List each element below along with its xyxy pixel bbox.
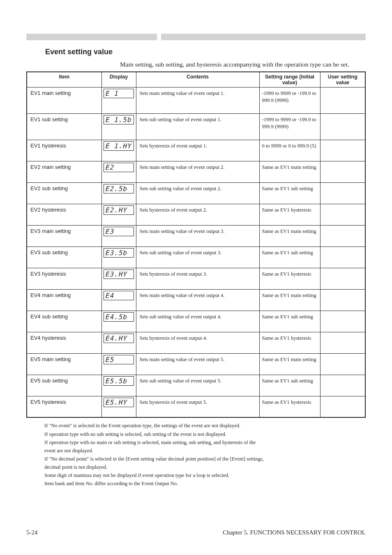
parameter-table: Item Display Contents Setting range (Ini…	[26, 71, 366, 418]
table-row: EV4 main settingE4Sets main setting valu…	[27, 289, 365, 311]
user-setting-cell	[320, 204, 365, 225]
display-cell: E5.5b	[101, 375, 136, 396]
param-name-cell: EV5 main setting	[27, 353, 101, 375]
contents-cell: Sets main setting value of event output …	[136, 225, 259, 246]
seven-segment-display: E 1	[104, 89, 134, 98]
user-setting-cell	[320, 396, 365, 417]
contents-cell: Sets hysteresis of event output 1.	[136, 140, 259, 161]
seven-segment-display: E4	[104, 291, 134, 300]
table-row: EV3 hysteresisE3.HYSets hysteresis of ev…	[27, 268, 365, 289]
header-rule	[26, 34, 366, 40]
range-cell: Same as EV1 hysteresis	[259, 268, 320, 289]
display-cell: E4	[101, 289, 136, 311]
display-cell: E 1.HY	[101, 140, 136, 161]
seven-segment-display: E5.HY	[104, 398, 134, 407]
param-name: EV2 sub setting	[30, 185, 98, 192]
display-cell: E5	[101, 353, 136, 375]
table-row: EV5 main settingE5Sets main setting valu…	[27, 353, 365, 375]
user-setting-cell	[320, 246, 365, 268]
display-cell: E 1.5b	[101, 113, 136, 140]
note-line: Some digit of mantissa may not be displa…	[44, 472, 366, 479]
col-header-item: Item	[27, 72, 101, 88]
seven-segment-display: E5	[104, 355, 134, 364]
param-name: EV5 main setting	[30, 356, 98, 363]
param-name-cell: EV4 hysteresis	[27, 332, 101, 353]
display-cell: E3.HY	[101, 268, 136, 289]
user-setting-cell	[320, 311, 365, 332]
param-name: EV4 hysteresis	[30, 335, 98, 341]
note-line: decimal point is not displayed.	[44, 463, 366, 471]
param-name-cell: EV3 sub setting	[27, 246, 101, 268]
param-name-cell: EV4 sub setting	[27, 311, 101, 332]
table-row: EV4 sub settingE4.5bSets sub setting val…	[27, 311, 365, 332]
param-name-cell: EV3 main setting	[27, 225, 101, 246]
col-header-contents: Contents	[136, 72, 259, 88]
contents-cell: Sets main setting value of event output …	[136, 87, 259, 113]
range-cell: 0 to 9999 or 0 to 999.9 (5)	[259, 140, 320, 161]
contents-cell: Sets sub setting value of event output 4…	[136, 311, 259, 332]
col-header-user: User setting value	[320, 72, 365, 88]
table-row: EV5 sub settingE5.5bSets sub setting val…	[27, 375, 365, 396]
table-row: EV4 hysteresisE4.HYSets hysteresis of ev…	[27, 332, 365, 353]
param-name: EV5 hysteresis	[30, 399, 98, 405]
param-name-cell: EV2 hysteresis	[27, 204, 101, 225]
range-cell: Same as EV1 sub setting	[259, 375, 320, 396]
contents-cell: Sets main setting value of event output …	[136, 289, 259, 311]
table-header-row: Item Display Contents Setting range (Ini…	[27, 72, 365, 88]
user-setting-cell	[320, 87, 365, 113]
col-header-display: Display	[101, 72, 136, 88]
display-cell: E 1	[101, 87, 136, 113]
param-name: EV2 hysteresis	[30, 207, 98, 213]
contents-cell: Sets sub setting value of event output 1…	[136, 113, 259, 140]
param-name: EV5 sub setting	[30, 378, 98, 384]
seven-segment-display: E4.5b	[104, 312, 134, 322]
param-name: EV3 hysteresis	[30, 271, 98, 277]
page-footer: 5-24 Chapter 5. FUNCTIONS NECESSARY FOR …	[0, 529, 392, 536]
param-name-cell: EV3 hysteresis	[27, 268, 101, 289]
note-line: Item bank and Item No. differ according …	[44, 480, 366, 487]
param-name-cell: EV1 main setting	[27, 87, 101, 113]
param-name-cell: EV5 sub setting	[27, 375, 101, 396]
contents-cell: Sets hysteresis of event output 5.	[136, 396, 259, 417]
display-cell: E5.HY	[101, 396, 136, 417]
user-setting-cell	[320, 161, 365, 182]
range-cell: Same as EV1 hysteresis	[259, 396, 320, 417]
table-row: EV3 sub settingE3.5bSets sub setting val…	[27, 246, 365, 268]
seven-segment-display: E3	[104, 227, 134, 236]
user-setting-cell	[320, 289, 365, 311]
display-cell: E2.5b	[101, 182, 136, 204]
param-name-cell: EV2 main setting	[27, 161, 101, 182]
seven-segment-display: E2	[104, 163, 134, 172]
param-name-cell: EV1 hysteresis	[27, 140, 101, 161]
display-cell: E4.HY	[101, 332, 136, 353]
user-setting-cell	[320, 182, 365, 204]
user-setting-cell	[320, 375, 365, 396]
display-cell: E3	[101, 225, 136, 246]
param-name: EV1 hysteresis	[30, 143, 98, 149]
col-header-range: Setting range (Initial value)	[259, 72, 320, 88]
seven-segment-display: E 1.HY	[104, 141, 134, 151]
note-line: If "No decimal point" is selected in the…	[44, 455, 366, 463]
table-row: EV2 sub settingE2.5bSets sub setting val…	[27, 182, 365, 204]
range-cell: Same as EV1 hysteresis	[259, 332, 320, 353]
intro-text: Main setting, sub setting, and hysteresi…	[120, 60, 362, 69]
section-title: Event setting value	[26, 48, 366, 56]
user-setting-cell	[320, 140, 365, 161]
table-row: EV1 hysteresisE 1.HYSets hysteresis of e…	[27, 140, 365, 161]
user-setting-cell	[320, 225, 365, 246]
user-setting-cell	[320, 332, 365, 353]
display-cell: E3.5b	[101, 246, 136, 268]
seven-segment-display: E 1.5b	[104, 115, 134, 124]
seven-segment-display: E5.5b	[104, 376, 134, 386]
seven-segment-display: E3.5b	[104, 248, 134, 258]
range-cell: Same as EV1 sub setting	[259, 246, 320, 268]
user-setting-cell	[320, 268, 365, 289]
param-name: EV1 main setting	[30, 90, 98, 97]
contents-cell: Sets hysteresis of event output 2.	[136, 204, 259, 225]
user-setting-cell	[320, 113, 365, 140]
table-row: EV2 main settingE2Sets main setting valu…	[27, 161, 365, 182]
contents-cell: Sets sub setting value of event output 2…	[136, 182, 259, 204]
footer-page-number: 5-24	[26, 529, 38, 536]
seven-segment-display: E3.HY	[104, 269, 134, 279]
display-cell: E2.HY	[101, 204, 136, 225]
